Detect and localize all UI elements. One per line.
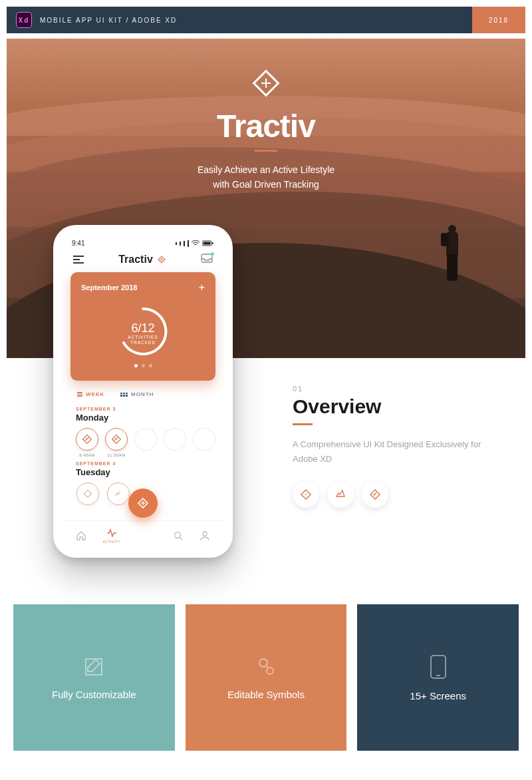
nav-activity-icon[interactable]: ACTIVITY (102, 528, 120, 544)
progress-ring: 6/12 ACTIVITIES TRACKED (114, 303, 172, 360)
diamond-plus-logo-icon (248, 65, 284, 101)
empty-slot[interactable] (193, 428, 215, 457)
feature-tiles: Fully Customizable Editable Symbols 15+ … (0, 571, 532, 771)
hero-content: Tractiv Easily Achieve an Active Lifesty… (7, 65, 525, 192)
overview-title: Overview (293, 395, 492, 418)
empty-slot[interactable] (134, 428, 157, 457)
svg-line-28 (266, 666, 268, 668)
phone-outline-icon (430, 654, 447, 680)
app-title: Tractiv (118, 254, 166, 266)
activity-bubble[interactable] (76, 483, 100, 505)
menu-icon[interactable] (73, 254, 84, 266)
svg-point-23 (305, 494, 307, 495)
header-year: 2018 (472, 7, 525, 33)
tagline: Easily Achieve an Active Lifestyle with … (7, 162, 525, 192)
nav-home-icon[interactable] (76, 530, 86, 541)
activity-bubble[interactable] (106, 483, 130, 505)
day-1-header: SEPTEMBER 3 Monday (61, 407, 225, 423)
svg-rect-5 (212, 242, 213, 244)
tab-month[interactable]: MONTH (120, 391, 154, 397)
hike-icon (111, 434, 122, 445)
header-left: Xd MOBILE APP UI KIT / ADOBE XD (7, 7, 472, 33)
svg-line-20 (180, 537, 182, 540)
app-bar: Tractiv (61, 250, 225, 272)
inbox-icon[interactable] (201, 254, 213, 266)
day-1-activities: 8:45AM 11:30AM (61, 423, 225, 457)
status-bar: 9:41 (61, 233, 225, 250)
tab-week[interactable]: WEEK (77, 391, 104, 397)
overview-number: 01 (293, 385, 492, 393)
bottom-nav: ACTIVITY (61, 520, 225, 550)
xd-badge-icon: Xd (16, 12, 32, 28)
day-2-header: SEPTEMBER 4 Tuesday (61, 461, 225, 477)
ring-value: 6/12 (131, 321, 154, 335)
overview-run-icon (293, 481, 319, 508)
nav-profile-icon[interactable] (200, 530, 210, 541)
overview-section: 01 Overview A Comprehensive UI Kit Desig… (293, 385, 492, 508)
fab-add-button[interactable] (128, 488, 158, 518)
hike-icon (82, 434, 92, 445)
svg-text:ACTIVITIES: ACTIVITIES (128, 335, 158, 339)
svg-rect-9 (201, 254, 212, 262)
diamond-plus-mini-icon (157, 255, 166, 264)
edit-square-icon (82, 656, 105, 678)
page-dots[interactable] (81, 364, 205, 367)
brand-name: Tractiv (7, 108, 525, 144)
feature-customizable: Fully Customizable (13, 604, 175, 751)
svg-text:TRACKED: TRACKED (130, 340, 156, 345)
header-label: MOBILE APP UI KIT / ADOBE XD (40, 17, 177, 24)
svg-point-27 (267, 668, 273, 674)
status-time: 9:41 (72, 240, 84, 247)
overview-hike-icon (327, 481, 354, 508)
overview-swim-icon (362, 481, 388, 508)
empty-slot[interactable] (164, 428, 186, 457)
overview-desc: A Comprehensive UI Kit Designed Exclusiv… (293, 437, 492, 467)
activity-bubble[interactable]: 11:30AM (105, 428, 128, 457)
symbols-icon (255, 656, 277, 678)
feature-screens: 15+ Screens (357, 604, 519, 751)
svg-point-21 (203, 532, 207, 536)
top-header: Xd MOBILE APP UI KIT / ADOBE XD 2018 (7, 7, 525, 33)
svg-rect-15 (84, 490, 91, 497)
svg-rect-29 (431, 656, 446, 678)
hiker-silhouette-icon (442, 225, 466, 285)
activity-bubble[interactable]: 8:45AM (76, 428, 98, 457)
nav-search-icon[interactable] (173, 530, 184, 541)
svg-rect-4 (203, 242, 211, 245)
range-tabs: WEEK MONTH (61, 381, 225, 403)
phone-mockup: 9:41 Tractiv S (53, 225, 233, 558)
add-icon[interactable]: + (199, 282, 205, 293)
overview-icon-row (293, 481, 492, 508)
card-month-label[interactable]: September 2018 (81, 284, 137, 292)
hero-card: September 2018 + 6/12 ACTIVITIES TRACKED (70, 272, 215, 381)
svg-point-19 (174, 532, 180, 538)
feature-symbols: Editable Symbols (186, 604, 347, 751)
